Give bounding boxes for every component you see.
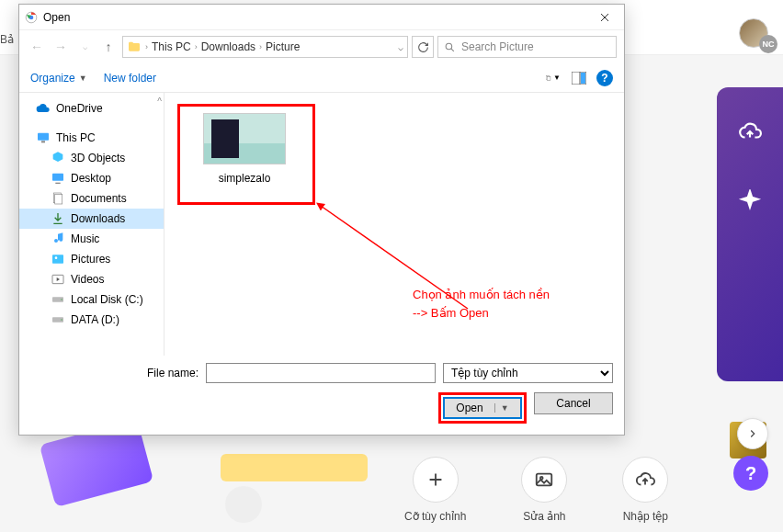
music-icon xyxy=(51,232,65,246)
bg-thumbnail xyxy=(225,486,262,523)
sidebar-item-documents[interactable]: Documents xyxy=(19,188,164,209)
address-bar[interactable]: › This PC › Downloads › Picture ⌵ xyxy=(122,36,408,58)
breadcrumb[interactable]: Downloads xyxy=(201,40,255,53)
cancel-button[interactable]: Cancel xyxy=(534,392,613,414)
svg-point-19 xyxy=(61,299,62,300)
svg-rect-12 xyxy=(52,174,63,181)
new-folder-button[interactable]: New folder xyxy=(104,72,156,85)
annotation-text: Chọn ảnh muốn tách nền --> Bấm Open xyxy=(413,286,550,322)
close-icon xyxy=(600,13,609,22)
pictures-icon xyxy=(51,252,65,266)
cloud-upload-icon[interactable] xyxy=(738,119,762,143)
refresh-button[interactable] xyxy=(412,36,434,58)
sidebar-item-label: Downloads xyxy=(71,212,125,225)
help-button[interactable]: ? xyxy=(733,456,768,491)
sidebar-item-videos[interactable]: Videos xyxy=(19,269,164,289)
disk-icon xyxy=(51,292,65,307)
sidebar-item-label: Pictures xyxy=(71,253,110,266)
file-open-dialog: Open ← → ⌵ ↑ › This PC › Downloads › Pic… xyxy=(18,4,625,436)
file-item[interactable]: simplezalo xyxy=(194,113,295,185)
sidebar-item-label: OneDrive xyxy=(56,102,103,115)
action-edit-image[interactable]: Sửa ảnh xyxy=(521,457,567,523)
chevron-right-icon xyxy=(746,427,759,440)
close-button[interactable] xyxy=(591,7,618,28)
sidebar-item-label: 3D Objects xyxy=(71,152,125,164)
forward-button[interactable]: → xyxy=(51,37,71,57)
svg-rect-6 xyxy=(547,76,550,80)
filename-input[interactable] xyxy=(206,363,436,383)
view-thumbnails-button[interactable]: ▼ xyxy=(545,70,562,86)
right-panel xyxy=(717,87,783,381)
up-button[interactable]: ↑ xyxy=(98,37,119,57)
sidebar-item-onedrive[interactable]: OneDrive xyxy=(19,98,164,119)
search-input[interactable]: Search Picture xyxy=(437,36,617,58)
action-import-file[interactable]: Nhập tệp xyxy=(622,457,668,523)
downloads-icon xyxy=(51,211,65,226)
filename-label: File name: xyxy=(147,367,199,379)
thumbnails-icon xyxy=(546,72,551,85)
sidebar: ^ OneDrive This PC 3D Objects Desktop Do… xyxy=(19,93,165,356)
view-preview-button[interactable] xyxy=(571,70,587,86)
documents-icon xyxy=(51,191,65,206)
folder-icon xyxy=(127,40,142,54)
sidebar-item-localdisk-c[interactable]: Local Disk (C:) xyxy=(19,289,164,310)
addr-dropdown[interactable]: ⌵ xyxy=(398,42,403,52)
breadcrumb[interactable]: Picture xyxy=(266,40,300,53)
file-name: simplezalo xyxy=(194,172,295,185)
svg-rect-9 xyxy=(581,73,585,84)
chevron-down-icon[interactable]: ▼ xyxy=(494,403,509,413)
sidebar-item-data-d[interactable]: DATA (D:) xyxy=(19,310,164,330)
bg-thumbnail xyxy=(221,454,368,481)
back-button[interactable]: ← xyxy=(27,37,47,57)
filetype-select[interactable]: Tệp tùy chỉnh xyxy=(443,363,613,383)
action-custom-size[interactable]: Cỡ tùy chỉnh xyxy=(404,457,466,523)
help-icon[interactable]: ? xyxy=(596,70,613,86)
search-icon xyxy=(444,41,456,53)
bg-label: Bả xyxy=(0,33,14,46)
dialog-footer: File name: Tệp tùy chỉnh Open▼ Cancel xyxy=(19,356,624,435)
svg-point-16 xyxy=(55,256,58,259)
annotation-highlight-open: Open▼ xyxy=(438,392,527,424)
plus-icon xyxy=(426,470,446,490)
desktop-icon xyxy=(51,171,65,186)
nav-next-button[interactable] xyxy=(737,418,768,449)
3d-icon xyxy=(51,151,65,165)
image-icon xyxy=(534,470,554,490)
refresh-icon xyxy=(417,41,429,53)
breadcrumb[interactable]: This PC xyxy=(152,40,191,53)
sidebar-item-desktop[interactable]: Desktop xyxy=(19,168,164,188)
action-label: Nhập tệp xyxy=(623,510,668,523)
svg-point-4 xyxy=(446,43,452,50)
sidebar-item-label: Desktop xyxy=(71,172,111,185)
upload-icon xyxy=(635,470,655,490)
navbar: ← → ⌵ ↑ › This PC › Downloads › Picture … xyxy=(19,30,624,63)
sidebar-item-thispc[interactable]: This PC xyxy=(19,128,164,148)
sidebar-item-label: Music xyxy=(71,232,99,245)
sidebar-item-downloads[interactable]: Downloads xyxy=(19,209,164,229)
sidebar-item-music[interactable]: Music xyxy=(19,229,164,249)
svg-point-21 xyxy=(61,319,62,320)
breadcrumb-separator: › xyxy=(145,42,148,51)
scroll-up-icon[interactable]: ^ xyxy=(157,96,162,107)
open-button[interactable]: Open▼ xyxy=(443,397,522,419)
sidebar-item-label: DATA (D:) xyxy=(71,313,119,326)
sidebar-item-label: Videos xyxy=(71,273,104,286)
file-thumbnail xyxy=(203,113,286,164)
recent-button[interactable]: ⌵ xyxy=(74,37,95,57)
sidebar-item-label: This PC xyxy=(56,131,96,144)
sparkle-icon[interactable] xyxy=(738,189,762,213)
breadcrumb-separator: › xyxy=(259,42,262,51)
chrome-icon xyxy=(25,11,38,24)
sidebar-item-label: Local Disk (C:) xyxy=(71,293,143,306)
sidebar-item-3dobjects[interactable]: 3D Objects xyxy=(19,148,164,168)
organize-menu[interactable]: Organize ▼ xyxy=(30,72,87,85)
svg-rect-15 xyxy=(52,255,63,263)
toolbar: Organize ▼ New folder ▼ ? xyxy=(19,63,624,93)
sidebar-item-pictures[interactable]: Pictures xyxy=(19,249,164,269)
file-list[interactable]: simplezalo Chọn ảnh muốn tách nền --> Bấ… xyxy=(165,93,624,356)
dialog-title: Open xyxy=(43,11,591,24)
action-label: Cỡ tùy chỉnh xyxy=(404,510,466,523)
preview-pane-icon xyxy=(572,72,586,85)
pc-icon xyxy=(36,130,51,145)
user-avatar[interactable]: NC xyxy=(739,18,772,51)
